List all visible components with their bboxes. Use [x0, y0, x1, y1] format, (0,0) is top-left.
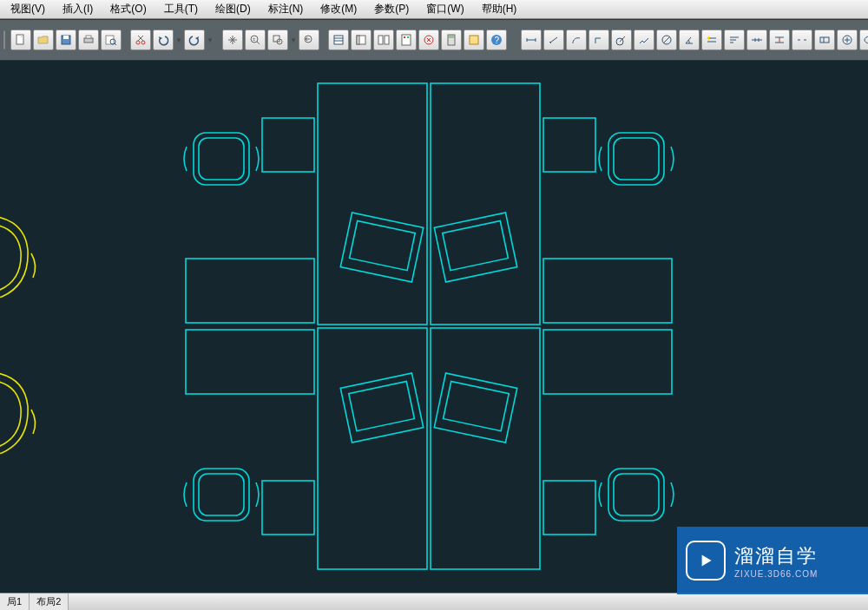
watermark: 溜溜自学 ZIXUE.3D66.COM	[677, 527, 868, 594]
svg-rect-4	[63, 36, 69, 39]
sheet-set-icon[interactable]	[351, 30, 372, 50]
svg-point-11	[141, 41, 145, 44]
inspect-icon[interactable]	[859, 30, 868, 50]
svg-rect-80	[340, 213, 423, 282]
svg-point-10	[136, 41, 140, 44]
save-icon[interactable]	[56, 30, 76, 50]
svg-rect-69	[431, 83, 540, 325]
cut-icon[interactable]	[130, 30, 151, 50]
markup-icon[interactable]	[418, 30, 439, 50]
svg-rect-71	[431, 328, 540, 569]
block-icon[interactable]	[464, 30, 484, 50]
svg-rect-33	[470, 36, 478, 44]
help-icon[interactable]: ?	[486, 30, 507, 50]
diameter-icon[interactable]	[656, 30, 677, 50]
linear-dim-icon[interactable]	[521, 30, 542, 50]
menu-view[interactable]: 视图(V)	[2, 0, 54, 19]
svg-rect-82	[434, 213, 516, 282]
quick-dim-icon[interactable]	[701, 30, 722, 50]
svg-text:?: ?	[495, 36, 500, 45]
angular-icon[interactable]	[679, 30, 700, 50]
svg-rect-95	[614, 474, 659, 515]
aligned-dim-icon[interactable]	[543, 30, 564, 50]
menu-dimension[interactable]: 标注(N)	[260, 0, 312, 19]
properties-icon[interactable]	[328, 30, 349, 50]
menu-window[interactable]: 窗口(W)	[418, 0, 472, 19]
svg-rect-7	[106, 36, 114, 44]
undo-dropdown-icon[interactable]: ▼	[175, 36, 182, 44]
search-icon[interactable]	[3, 30, 5, 49]
watermark-title: 溜溜自学	[734, 543, 818, 569]
dim-space-icon[interactable]	[769, 30, 790, 50]
standard-toolbar: ▼ ▼ ± ▼ ?	[10, 28, 868, 52]
quickcalc-icon[interactable]	[441, 30, 462, 50]
undo-icon[interactable]	[153, 30, 174, 50]
zoom-window-icon[interactable]	[267, 30, 288, 50]
svg-line-15	[257, 42, 260, 44]
svg-line-39	[550, 37, 557, 43]
svg-rect-58	[820, 37, 829, 43]
toolbar-sep	[509, 30, 519, 50]
menu-insert[interactable]: 插入(I)	[54, 0, 102, 19]
pan-icon[interactable]	[222, 30, 243, 50]
redo-dropdown-icon[interactable]: ▼	[207, 36, 214, 44]
design-center-icon[interactable]	[373, 30, 394, 50]
svg-rect-76	[186, 330, 314, 394]
play-icon	[686, 541, 726, 580]
svg-rect-70	[318, 328, 427, 569]
menu-param[interactable]: 参数(P)	[365, 0, 418, 19]
menu-bar: 视图(V) 插入(I) 格式(O) 工具(T) 绘图(D) 标注(N) 修改(M…	[0, 0, 868, 19]
svg-line-9	[115, 43, 116, 45]
svg-rect-27	[402, 35, 411, 45]
svg-rect-24	[357, 36, 359, 44]
tolerance-icon[interactable]	[814, 30, 835, 50]
baseline-icon[interactable]	[724, 30, 745, 50]
svg-line-44	[663, 36, 670, 43]
toolbar-sep	[321, 30, 326, 50]
svg-rect-73	[543, 118, 595, 172]
svg-rect-84	[340, 373, 423, 443]
tab-layout2[interactable]: 布局2	[30, 594, 69, 610]
svg-rect-2	[16, 35, 23, 44]
svg-rect-26	[385, 36, 389, 44]
redo-icon[interactable]	[184, 30, 205, 50]
open-icon[interactable]	[33, 30, 54, 50]
svg-text:±: ±	[253, 36, 256, 42]
menu-help[interactable]: 帮助(H)	[473, 0, 526, 19]
svg-rect-79	[543, 481, 595, 535]
svg-rect-28	[404, 36, 405, 38]
drawing-canvas[interactable]	[0, 61, 868, 593]
watermark-url: ZIXUE.3D66.COM	[734, 569, 818, 579]
menu-draw[interactable]: 绘图(D)	[207, 0, 260, 19]
menu-tools[interactable]: 工具(T)	[155, 0, 207, 19]
zoom-dropdown-icon[interactable]: ▼	[290, 36, 297, 44]
center-mark-icon[interactable]	[837, 30, 858, 50]
plot-preview-icon[interactable]	[101, 30, 122, 50]
menu-modify[interactable]: 修改(M)	[312, 0, 365, 19]
svg-rect-81	[350, 220, 416, 270]
svg-rect-93	[199, 474, 244, 515]
jogged-icon[interactable]	[634, 30, 654, 50]
svg-rect-75	[543, 259, 672, 323]
arc-length-icon[interactable]	[566, 30, 587, 50]
tab-layout1[interactable]: 局1	[0, 594, 30, 610]
svg-rect-91	[614, 138, 659, 180]
menu-format[interactable]: 格式(O)	[102, 0, 155, 19]
svg-rect-85	[349, 381, 415, 430]
svg-rect-87	[444, 381, 510, 430]
svg-rect-68	[318, 83, 427, 325]
continue-icon[interactable]	[746, 30, 767, 50]
dim-break-icon[interactable]	[792, 30, 812, 50]
tool-palette-icon[interactable]	[396, 30, 417, 50]
zoom-realtime-icon[interactable]: ±	[245, 30, 266, 50]
new-icon[interactable]	[10, 30, 31, 50]
radius-icon[interactable]	[611, 30, 632, 50]
ordinate-icon[interactable]	[589, 30, 609, 50]
zoom-previous-icon[interactable]	[299, 30, 319, 50]
svg-rect-6	[86, 36, 91, 38]
layout-tabs: 局1 布局2	[0, 593, 868, 610]
svg-rect-72	[262, 118, 314, 172]
plot-icon[interactable]	[78, 30, 99, 50]
svg-rect-20	[334, 36, 343, 44]
svg-point-63	[865, 36, 868, 43]
